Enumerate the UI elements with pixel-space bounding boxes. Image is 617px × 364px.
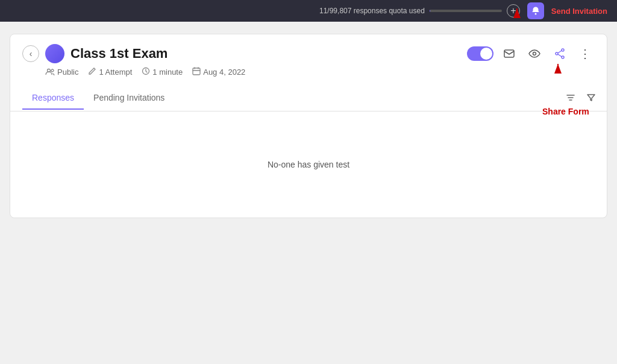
toggle-active[interactable]: ✓: [467, 46, 493, 61]
topbar: 11/99,807 responses quota used + Send In…: [0, 0, 617, 22]
back-button[interactable]: ‹: [22, 45, 39, 62]
tab-toolbar: [555, 84, 607, 111]
toggle-check-icon: ✓: [485, 50, 490, 58]
quota-text: 11/99,807 responses quota used: [319, 7, 425, 15]
card-meta: Public 1 Attempt 1 minute: [10, 63, 607, 84]
sort-button[interactable]: [562, 89, 579, 106]
tab-pending-invitations[interactable]: Pending Invitations: [84, 87, 174, 110]
empty-message: No-one has given test: [268, 160, 349, 169]
tab-responses[interactable]: Responses: [22, 87, 84, 110]
svg-point-2: [533, 52, 536, 55]
notification-icon[interactable]: [527, 2, 544, 19]
email-button[interactable]: [500, 44, 519, 63]
svg-rect-1: [504, 50, 514, 57]
duration-label: 1 minute: [152, 67, 183, 77]
card-actions: ✓: [467, 44, 595, 63]
svg-point-7: [51, 69, 54, 72]
form-card: ‹ Class 1st Exam ✓: [10, 34, 607, 218]
filter-button[interactable]: [583, 89, 600, 106]
more-button[interactable]: ⋮: [575, 44, 595, 63]
svg-point-3: [562, 49, 564, 51]
visibility-label: Public: [57, 67, 78, 77]
quota-bar: [430, 10, 502, 12]
pencil-icon: [88, 67, 96, 77]
preview-button[interactable]: [525, 44, 544, 63]
attempts-meta: 1 Attempt: [88, 67, 132, 77]
form-title: Class 1st Exam: [70, 46, 168, 61]
svg-point-4: [562, 56, 564, 58]
send-invitation-button[interactable]: Send Invitation: [551, 7, 607, 16]
svg-rect-9: [193, 68, 200, 75]
form-logo: [45, 44, 64, 63]
empty-state: No-one has given test: [10, 111, 607, 218]
svg-point-5: [556, 52, 558, 55]
add-quota-button[interactable]: +: [507, 4, 520, 17]
calendar-icon: [192, 67, 201, 77]
clock-icon: [142, 67, 150, 77]
visibility-meta: Public: [45, 67, 78, 77]
date-label: Aug 4, 2022: [203, 67, 245, 77]
main-content: ‹ Class 1st Exam ✓: [0, 22, 617, 230]
card-header: ‹ Class 1st Exam ✓: [10, 34, 607, 63]
quota-area: 11/99,807 responses quota used +: [319, 4, 520, 17]
duration-meta: 1 minute: [142, 67, 183, 77]
card-title-area: ‹ Class 1st Exam: [22, 44, 168, 63]
tabs: Responses Pending Invitations: [10, 87, 555, 109]
date-meta: Aug 4, 2022: [192, 67, 245, 77]
attempts-label: 1 Attempt: [99, 67, 132, 77]
users-icon: [45, 67, 55, 77]
share-button[interactable]: [550, 44, 569, 63]
svg-point-0: [534, 13, 536, 15]
quota-bar-fill: [430, 10, 430, 12]
